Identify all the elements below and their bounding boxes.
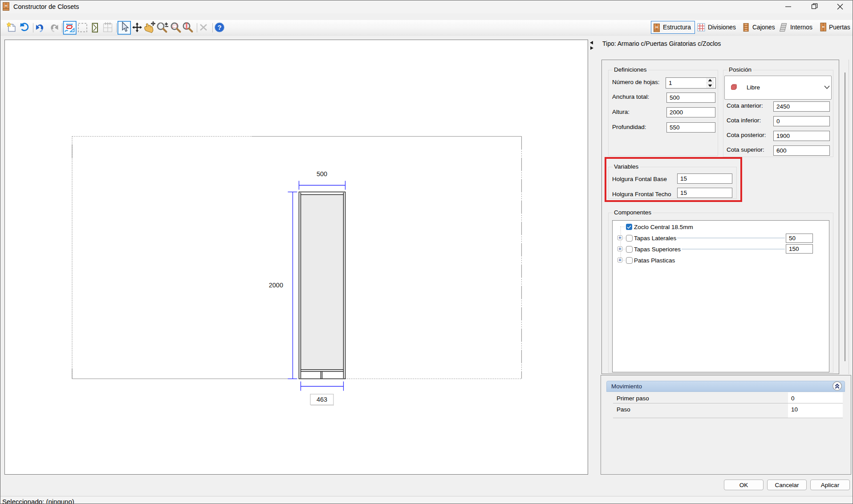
svg-text:463: 463 bbox=[317, 396, 327, 403]
svg-text:500: 500 bbox=[317, 170, 327, 177]
svg-text:?: ? bbox=[217, 24, 221, 31]
svg-text:2000: 2000 bbox=[269, 282, 283, 289]
